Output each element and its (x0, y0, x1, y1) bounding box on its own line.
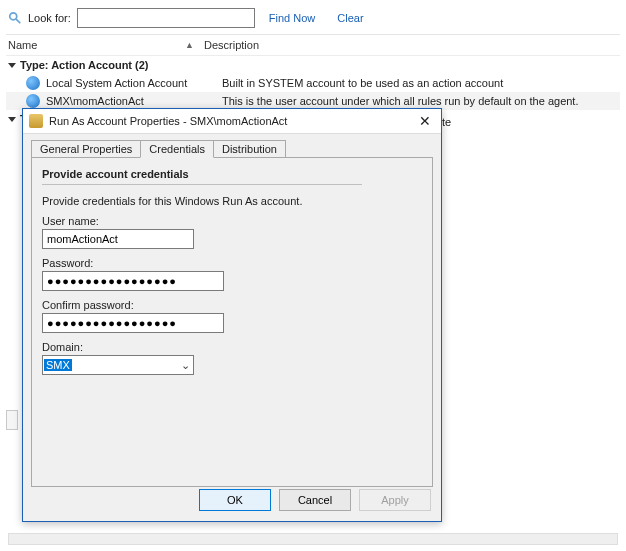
svg-line-1 (16, 19, 20, 23)
chevron-down-icon: ⌄ (177, 359, 193, 372)
list-item[interactable]: Local System Action Account Built in SYS… (6, 74, 620, 92)
row-name: SMX\momActionAct (46, 95, 222, 107)
tab-distribution[interactable]: Distribution (213, 140, 286, 157)
credentials-tab-page: Provide account credentials Provide cred… (31, 157, 433, 487)
scroll-button[interactable] (6, 410, 18, 430)
svg-point-0 (10, 13, 17, 20)
column-header-name[interactable]: Name ▲ (8, 39, 204, 51)
row-name: Local System Action Account (46, 77, 222, 89)
dialog-title-text: Run As Account Properties - SMX\momActio… (49, 115, 287, 127)
cancel-button[interactable]: Cancel (279, 489, 351, 511)
account-icon (26, 76, 40, 90)
dialog-icon (29, 114, 43, 128)
confirm-password-input[interactable] (42, 313, 224, 333)
account-icon (26, 94, 40, 108)
sort-asc-icon: ▲ (185, 40, 194, 50)
search-icon (8, 11, 22, 25)
status-bar (8, 533, 618, 545)
tab-strip: General Properties Credentials Distribut… (23, 134, 441, 157)
domain-label: Domain: (42, 341, 422, 353)
credentials-form: User name: Password: Confirm password: D… (42, 215, 422, 375)
expand-icon (8, 117, 16, 122)
look-for-label: Look for: (28, 12, 71, 24)
row-desc: Built in SYSTEM account to be used as an… (222, 77, 503, 89)
dialog-titlebar[interactable]: Run As Account Properties - SMX\momActio… (23, 109, 441, 134)
search-toolbar: Look for: Find Now Clear (6, 6, 620, 35)
group-title: Type: Action Account (2) (20, 59, 149, 71)
row-desc: This is the user account under which all… (222, 95, 579, 107)
obscured-row-text: te (442, 116, 451, 128)
column-header-row: Name ▲ Description (6, 35, 620, 56)
section-heading: Provide account credentials (42, 168, 362, 185)
apply-button: Apply (359, 489, 431, 511)
confirm-password-label: Confirm password: (42, 299, 422, 311)
password-label: Password: (42, 257, 422, 269)
dialog-button-row: OK Cancel Apply (199, 489, 431, 511)
column-header-description[interactable]: Description (204, 39, 259, 51)
run-as-account-properties-dialog: Run As Account Properties - SMX\momActio… (22, 108, 442, 522)
ok-button[interactable]: OK (199, 489, 271, 511)
find-now-link[interactable]: Find Now (261, 12, 323, 24)
close-icon[interactable]: ✕ (415, 113, 435, 129)
domain-combobox[interactable]: SMX ⌄ (42, 355, 194, 375)
col-name-text: Name (8, 39, 37, 51)
user-name-label: User name: (42, 215, 422, 227)
tab-credentials[interactable]: Credentials (140, 140, 214, 158)
domain-value: SMX (44, 359, 72, 371)
section-hint: Provide credentials for this Windows Run… (42, 195, 422, 207)
expand-icon (8, 63, 16, 68)
clear-link[interactable]: Clear (329, 12, 371, 24)
search-input[interactable] (77, 8, 255, 28)
password-input[interactable] (42, 271, 224, 291)
user-name-input[interactable] (42, 229, 194, 249)
group-header-action-account[interactable]: Type: Action Account (2) (6, 56, 620, 74)
tab-general-properties[interactable]: General Properties (31, 140, 141, 157)
